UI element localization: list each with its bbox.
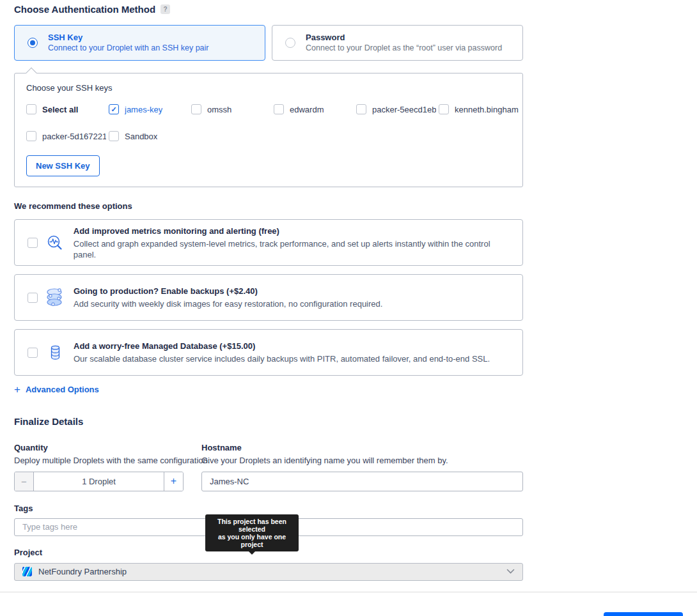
ssh-key-label: kenneth.bingham	[455, 105, 519, 114]
hostname-label: Hostname	[201, 443, 523, 452]
tags-label: Tags	[14, 504, 523, 513]
ssh-key-checkbox-james-key[interactable]: ✓ james-key	[109, 104, 191, 114]
checkbox-icon[interactable]	[191, 104, 201, 114]
quantity-decrement-button[interactable]: −	[15, 472, 34, 491]
ssh-key-label: james-key	[125, 105, 162, 114]
quantity-value: 1 Droplet	[34, 472, 164, 491]
option-card-description: Our scalable database cluster service in…	[74, 353, 490, 364]
auth-method-heading: Choose Authentication Method ?	[14, 4, 523, 15]
ssh-key-checkbox-packer-5eecd1eb[interactable]: packer-5eecd1eb-...	[356, 104, 439, 114]
help-icon[interactable]: ?	[161, 4, 170, 14]
auth-option-ssh-key[interactable]: SSH Key Connect to your Droplet with an …	[14, 25, 265, 61]
auth-option-title: SSH Key	[48, 33, 209, 43]
ssh-key-checkbox-kenneth-bingham[interactable]: kenneth.bingham	[439, 104, 521, 114]
checkbox-icon[interactable]	[27, 238, 38, 248]
advanced-options-label: Advanced Options	[26, 385, 99, 394]
ssh-key-label: Select all	[42, 105, 78, 114]
option-card-metrics[interactable]: Add improved metrics monitoring and aler…	[14, 219, 523, 266]
ssh-key-label: Sandbox	[125, 132, 157, 141]
checkbox-icon[interactable]	[109, 131, 119, 141]
option-card-title: Going to production? Enable backups (+$2…	[74, 286, 382, 296]
ssh-key-label: packer-5eecd1eb-...	[372, 105, 436, 114]
chevron-down-icon	[506, 569, 515, 574]
managed-database-icon	[44, 344, 66, 361]
auth-method-heading-text: Choose Authentication Method	[14, 4, 155, 15]
ssh-key-label: edwardm	[290, 105, 324, 114]
ssh-keys-row-1: Select all ✓ james-key omssh edwardm pac…	[26, 104, 511, 114]
advanced-options-link[interactable]: + Advanced Options	[14, 385, 99, 394]
create-droplet-page: Choose Authentication Method ? SSH Key C…	[0, 0, 697, 616]
ssh-keys-row-2: packer-5d167221-1... Sandbox	[26, 131, 511, 141]
checkbox-icon[interactable]	[27, 348, 38, 358]
ssh-key-checkbox-edwardm[interactable]: edwardm	[274, 104, 356, 114]
project-icon	[22, 567, 32, 576]
checkbox-icon[interactable]	[356, 104, 366, 114]
project-block: Project NetFoundry Partnership	[14, 548, 523, 581]
tooltip-line-2: as you only have one project	[209, 533, 295, 548]
ssh-keys-panel: Choose your SSH keys Select all ✓ james-…	[14, 73, 523, 187]
panel-notch	[26, 68, 37, 79]
plus-icon: +	[14, 385, 20, 394]
quantity-increment-button[interactable]: +	[164, 472, 183, 491]
ssh-key-checkbox-packer-5d167221[interactable]: packer-5d167221-1...	[26, 131, 109, 141]
auth-options-row: SSH Key Connect to your Droplet with an …	[14, 25, 523, 61]
checkbox-icon[interactable]	[27, 293, 38, 303]
metrics-monitoring-icon	[44, 234, 66, 252]
ssh-key-checkbox-sandbox[interactable]: Sandbox	[109, 131, 511, 141]
project-tooltip: This project has been selected as you on…	[205, 514, 299, 551]
quantity-label: Quantity	[14, 443, 184, 452]
ssh-key-checkbox-omssh[interactable]: omssh	[191, 104, 274, 114]
hostname-description: Give your Droplets an identifying name y…	[201, 456, 523, 465]
ssh-key-label: packer-5d167221-1...	[42, 132, 106, 141]
tooltip-line-1: This project has been selected	[209, 518, 295, 533]
radio-selected-icon[interactable]	[27, 38, 38, 48]
checkbox-icon[interactable]	[26, 104, 36, 114]
tooltip-arrow	[249, 551, 255, 555]
auth-option-password[interactable]: Password Connect to your Droplet as the …	[272, 25, 523, 61]
option-card-title: Add improved metrics monitoring and aler…	[74, 226, 512, 236]
option-card-description: Add security with weekly disk images for…	[74, 298, 382, 309]
ssh-key-label: omssh	[207, 105, 231, 114]
footer-bar: CREATE VIA COMMAND LINE Create Droplet	[0, 592, 697, 616]
auth-option-title: Password	[306, 33, 502, 43]
ssh-key-checkbox-select-all[interactable]: Select all	[26, 104, 109, 114]
checkbox-icon[interactable]	[274, 104, 284, 114]
quantity-description: Deploy multiple Droplets with the same c…	[14, 456, 184, 465]
checkbox-checked-icon[interactable]: ✓	[109, 104, 119, 114]
hostname-input[interactable]	[201, 472, 523, 491]
finalize-details-heading: Finalize Details	[14, 416, 523, 427]
option-card-managed-database[interactable]: Add a worry-free Managed Database (+$15.…	[14, 329, 523, 376]
auth-option-description: Connect to your Droplet with an SSH key …	[48, 43, 209, 53]
quantity-stepper: − 1 Droplet +	[14, 472, 184, 491]
new-ssh-key-button[interactable]: New SSH Key	[26, 155, 100, 176]
checkbox-icon[interactable]	[439, 104, 449, 114]
project-select[interactable]: NetFoundry Partnership	[14, 563, 523, 581]
create-droplet-button[interactable]: Create Droplet	[604, 612, 683, 616]
backups-disks-icon	[44, 286, 66, 310]
auth-option-description: Connect to your Droplet as the “root” us…	[306, 43, 502, 53]
checkbox-icon[interactable]	[26, 131, 36, 141]
radio-unselected-icon[interactable]	[285, 38, 295, 48]
ssh-keys-heading: Choose your SSH keys	[26, 83, 511, 93]
option-card-backups[interactable]: Going to production? Enable backups (+$2…	[14, 274, 523, 321]
project-selected-value: NetFoundry Partnership	[38, 567, 506, 576]
recommendations-heading: We recommend these options	[14, 201, 523, 211]
quantity-hostname-row: Quantity Deploy multiple Droplets with t…	[14, 443, 523, 491]
option-card-description: Collect and graph expanded system-level …	[74, 238, 512, 260]
option-card-title: Add a worry-free Managed Database (+$15.…	[74, 341, 490, 351]
